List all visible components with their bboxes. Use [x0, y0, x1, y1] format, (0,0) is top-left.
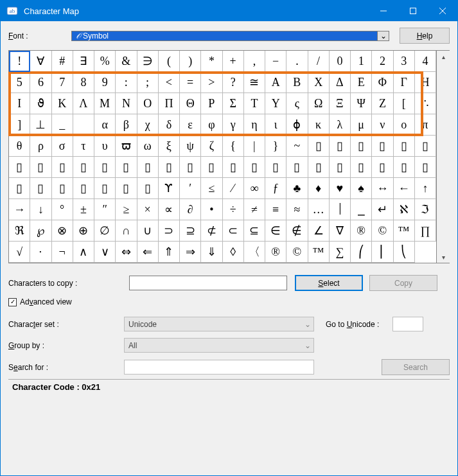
character-cell[interactable]: Α	[265, 72, 286, 93]
character-cell[interactable]: ⎜	[372, 242, 393, 263]
character-cell[interactable]: √	[9, 242, 30, 263]
character-cell[interactable]: (	[159, 51, 180, 72]
character-cell[interactable]: 〈	[244, 242, 265, 263]
character-cell[interactable]: ▯	[351, 136, 372, 157]
character-cell[interactable]: ∉	[286, 220, 308, 242]
grid-scrollbar[interactable]: ▴ ▾	[437, 50, 450, 263]
advanced-view-checkbox[interactable]: ✓ Advanced view	[8, 297, 450, 306]
character-cell[interactable]: =	[180, 72, 201, 93]
character-cell[interactable]: ▯	[330, 136, 351, 157]
character-cell[interactable]: ∩	[116, 220, 137, 242]
character-cell[interactable]: ▯	[9, 178, 30, 199]
character-cell[interactable]: ▯	[73, 157, 94, 178]
character-cell[interactable]: [	[394, 93, 415, 114]
character-cell[interactable]: ▯	[415, 136, 436, 157]
character-cell[interactable]: >	[201, 72, 222, 93]
character-cell[interactable]: ♠	[351, 178, 372, 199]
character-cell[interactable]: ▯	[265, 157, 286, 178]
character-cell[interactable]: ~	[286, 136, 308, 157]
character-cell[interactable]: −	[265, 51, 286, 72]
character-cell[interactable]: ▯	[201, 157, 222, 178]
character-set-select[interactable]: Unicode ⌄	[124, 317, 314, 331]
character-cell[interactable]: ≡	[265, 199, 286, 220]
character-cell[interactable]: ♦	[308, 178, 330, 199]
character-cell[interactable]: ™	[308, 242, 330, 263]
character-cell[interactable]: }	[265, 136, 286, 157]
character-cell[interactable]: ς	[286, 93, 308, 114]
character-cell[interactable]: ¬	[52, 242, 73, 263]
character-cell[interactable]: <	[159, 72, 180, 93]
character-cell[interactable]: δ	[159, 114, 180, 136]
character-cell[interactable]: Ο	[137, 93, 159, 114]
character-cell[interactable]: ∏	[415, 220, 436, 242]
character-cell[interactable]: ▯	[308, 157, 330, 178]
character-cell[interactable]: ψ	[180, 136, 201, 157]
character-cell[interactable]: ×	[137, 199, 159, 220]
character-cell[interactable]: ξ	[159, 136, 180, 157]
character-cell[interactable]: ▯	[52, 157, 73, 178]
character-cell[interactable]: ≈	[286, 199, 308, 220]
character-cell[interactable]: ▯	[415, 157, 436, 178]
character-cell[interactable]: ∅	[94, 220, 116, 242]
character-cell[interactable]: ƒ	[265, 178, 286, 199]
character-cell[interactable]: ↵	[372, 199, 393, 220]
character-cell[interactable]: κ	[308, 114, 330, 136]
character-cell[interactable]: ⊄	[201, 220, 222, 242]
character-cell[interactable]: ▯	[9, 157, 30, 178]
character-cell[interactable]: ®	[351, 220, 372, 242]
scroll-up-button[interactable]: ▴	[437, 51, 450, 62]
close-button[interactable]	[428, 1, 457, 21]
character-cell[interactable]: ∈	[265, 220, 286, 242]
character-cell[interactable]: 6	[30, 72, 51, 93]
character-cell[interactable]: ©	[286, 242, 308, 263]
character-cell[interactable]: ο	[394, 114, 415, 136]
character-cell[interactable]: :	[116, 72, 137, 93]
character-cell[interactable]: φ	[201, 114, 222, 136]
character-cell[interactable]: ←	[394, 178, 415, 199]
character-cell[interactable]: ≠	[244, 199, 265, 220]
character-cell[interactable]: Π	[159, 93, 180, 114]
character-cell[interactable]: γ	[223, 114, 244, 136]
character-grid[interactable]: !∀#∃%&∋()*+,−./0123456789:;<=>?≅ΑΒΧΔΕΦΓΗ…	[8, 50, 437, 263]
character-cell[interactable]: ⊕	[73, 220, 94, 242]
character-cell[interactable]: ®	[265, 242, 286, 263]
character-cell[interactable]: Ζ	[372, 93, 393, 114]
character-cell[interactable]: ♥	[330, 178, 351, 199]
character-cell[interactable]: ▯	[394, 136, 415, 157]
search-input[interactable]	[124, 360, 314, 375]
character-cell[interactable]: Κ	[52, 93, 73, 114]
character-cell[interactable]: ⊂	[223, 220, 244, 242]
character-cell[interactable]: ≤	[201, 178, 222, 199]
character-cell[interactable]: !	[9, 51, 30, 72]
character-cell[interactable]: 3	[394, 51, 415, 72]
search-button[interactable]: Search	[382, 359, 450, 375]
character-cell[interactable]: λ	[330, 114, 351, 136]
character-cell[interactable]: →	[9, 199, 30, 220]
character-cell[interactable]: ⇒	[180, 242, 201, 263]
select-button[interactable]: Select	[295, 275, 363, 291]
character-cell[interactable]: Λ	[73, 93, 94, 114]
character-cell[interactable]: ε	[180, 114, 201, 136]
character-cell[interactable]: ∇	[330, 220, 351, 242]
character-cell[interactable]: °	[52, 199, 73, 220]
character-cell[interactable]: ⊇	[180, 220, 201, 242]
character-cell[interactable]: ζ	[201, 136, 222, 157]
character-cell[interactable]: ⇑	[159, 242, 180, 263]
character-cell[interactable]: ▯	[330, 157, 351, 178]
character-cell[interactable]: ◊	[223, 242, 244, 263]
character-cell[interactable]: π	[415, 114, 436, 136]
character-cell[interactable]: %	[94, 51, 116, 72]
character-cell[interactable]: ±	[73, 199, 94, 220]
character-cell[interactable]: ϑ	[30, 93, 51, 114]
character-cell[interactable]: χ	[137, 114, 159, 136]
character-cell[interactable]: τ	[73, 136, 94, 157]
character-cell[interactable]: ▯	[180, 157, 201, 178]
character-cell[interactable]: &	[116, 51, 137, 72]
character-cell[interactable]: ρ	[30, 136, 51, 157]
character-cell[interactable]: …	[308, 199, 330, 220]
chars-to-copy-input[interactable]	[129, 276, 287, 290]
character-cell[interactable]: Χ	[308, 72, 330, 93]
character-cell[interactable]: ▯	[116, 178, 137, 199]
character-cell[interactable]: ⊃	[159, 220, 180, 242]
character-cell[interactable]: 4	[415, 51, 436, 72]
